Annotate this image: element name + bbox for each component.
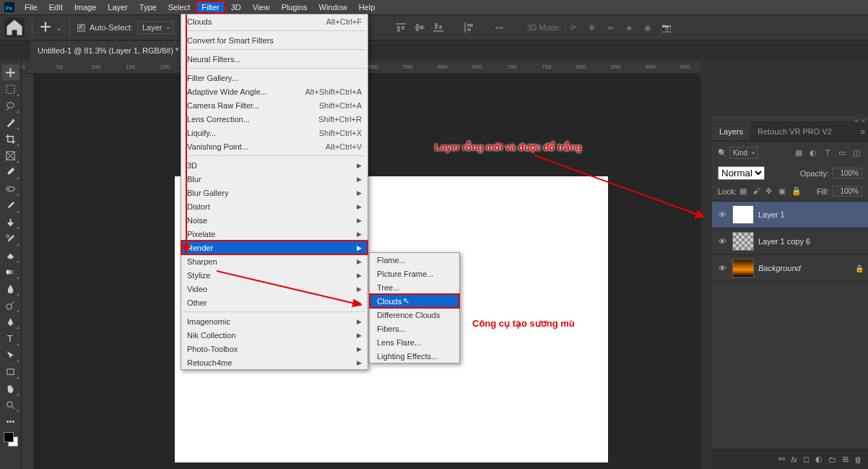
tab-layers[interactable]: Layers [712,122,750,141]
visibility-toggle[interactable]: 👁 [716,210,728,219]
filter-smart-icon[interactable]: ◫ [851,147,862,158]
filter-shape-icon[interactable]: ▭ [836,147,848,158]
blur-tool[interactable] [2,280,19,296]
more-options-icon[interactable]: ••• [492,20,506,35]
auto-select-checkbox[interactable] [77,24,85,32]
layer-item[interactable]: 👁Layer 1 copy 6 [712,228,868,255]
history-brush-tool[interactable] [2,231,19,246]
zoom-tool[interactable] [2,397,19,413]
filter-vanishing-point[interactable]: Vanishing Point...Alt+Ctrl+V [181,139,368,153]
menu-help[interactable]: Help [353,1,381,14]
filter-liquify[interactable]: Liquify...Shift+Ctrl+X [181,126,368,139]
marquee-tool[interactable] [2,81,19,97]
lasso-tool[interactable] [2,98,19,113]
lock-artboard-icon[interactable]: ▣ [778,186,789,197]
path-selection-tool[interactable] [2,347,19,363]
document-tab[interactable]: Untitled-1 @ 81.3% (Layer 1, RGB/8#) * × [30,41,195,60]
menu-filter[interactable]: Filter [196,1,225,14]
eyedropper-tool[interactable] [2,164,19,180]
menu-view[interactable]: View [247,1,276,14]
eraser-tool[interactable] [2,247,19,263]
close-panel-icon[interactable]: × [862,117,865,120]
align-vcenter-icon[interactable] [412,20,427,35]
new-layer-icon[interactable]: ⊞ [842,455,849,464]
filter-convert-smart[interactable]: Convert for Smart Filters [181,33,368,47]
filter-cat-3d[interactable]: 3D▶ [181,158,368,172]
menu-edit[interactable]: Edit [43,1,69,14]
render-lens-flare[interactable]: Lens Flare... [370,335,459,349]
clone-stamp-tool[interactable] [2,214,19,230]
magic-wand-tool[interactable] [2,114,19,130]
move-tool[interactable] [2,64,19,80]
chevron-down-icon[interactable]: ⌄ [56,23,62,33]
dodge-tool[interactable] [2,297,19,313]
collapse-panel-icon[interactable]: « [855,117,859,120]
filter-cat-render[interactable]: Render▶ [181,241,368,254]
filter-lens-correction[interactable]: Lens Correction...Shift+Ctrl+R [181,112,368,126]
crop-tool[interactable] [2,131,19,147]
3d-slide-icon[interactable]: ⇔ [603,20,617,35]
align-top-icon[interactable] [394,20,408,35]
layer-name[interactable]: Layer 1 copy 6 [758,237,810,246]
render-flame[interactable]: Flame... [370,253,459,267]
layer-item[interactable]: 👁Background🔒 [712,255,868,282]
gradient-tool[interactable] [2,264,19,280]
render-difference-clouds[interactable]: Difference Clouds [370,308,459,322]
filter-cat-blur[interactable]: Blur▶ [181,172,368,186]
filter-plugin-imagenomic[interactable]: Imagenomic▶ [181,314,368,328]
layer-name[interactable]: Layer 1 [758,210,785,219]
adjustment-layer-icon[interactable]: ◐ [815,455,823,464]
filter-cat-noise[interactable]: Noise▶ [181,213,368,227]
filter-pixel-icon[interactable]: ▦ [793,147,804,158]
filter-kind-dropdown[interactable]: Kind [729,147,758,159]
layer-thumbnail[interactable] [732,259,754,277]
filter-type-icon[interactable]: T [822,147,833,158]
frame-tool[interactable] [2,147,19,163]
filter-camera-raw[interactable]: Camera Raw Filter...Shift+Ctrl+A [181,98,368,112]
link-layers-icon[interactable]: ⚯ [778,455,785,464]
filter-neural[interactable]: Neural Filters... [181,52,368,66]
menu-window[interactable]: Window [313,1,353,14]
layer-mask-icon[interactable]: ◻ [803,455,810,464]
layer-thumbnail[interactable] [732,232,754,251]
layer-name[interactable]: Background [758,264,801,272]
lock-transparency-icon[interactable]: ▦ [739,186,750,197]
healing-brush-tool[interactable] [2,181,19,197]
filter-plugin-nik[interactable]: Nik Collection▶ [181,328,368,342]
lock-all-icon[interactable]: 🔒 [791,186,802,197]
render-fibers[interactable]: Fibers... [370,322,459,335]
menu-type[interactable]: Type [134,1,162,14]
hand-tool[interactable] [2,380,19,396]
home-button[interactable] [4,17,25,38]
opacity-value[interactable]: 100% [832,168,862,178]
layer-item[interactable]: 👁Layer 1 [712,202,868,228]
filter-last[interactable]: CloudsAlt+Ctrl+F [181,14,368,28]
rectangle-tool[interactable] [2,363,19,379]
3d-scale-icon[interactable]: ◈ [622,20,636,35]
pen-tool[interactable] [2,314,19,330]
layer-thumbnail[interactable] [732,205,754,224]
filter-gallery[interactable]: Filter Gallery... [181,71,368,85]
foreground-background-colors[interactable] [4,432,18,447]
filter-plugin-photo-toolbox[interactable]: Photo-Toolbox▶ [181,342,368,356]
panel-menu-icon[interactable]: ≡ [861,127,865,136]
auto-select-target[interactable]: Layer [137,21,175,34]
3d-pan-icon[interactable]: ✥ [584,20,599,35]
group-icon[interactable]: 🗀 [828,455,836,464]
filter-plugin-retouch4me[interactable]: Retouch4me▶ [181,356,368,369]
lock-image-icon[interactable]: 🖌 [752,186,763,197]
3d-orbit-icon[interactable]: ⟳ [565,20,580,35]
fill-value[interactable]: 100% [832,186,862,197]
menu-select[interactable]: Select [162,1,196,14]
menu-plugins[interactable]: Plugins [275,1,313,14]
filter-adaptive-wide-angle[interactable]: Adaptive Wide Angle...Alt+Shift+Ctrl+A [181,85,368,98]
brush-tool[interactable] [2,197,19,213]
filter-cat-pixelate[interactable]: Pixelate▶ [181,227,368,241]
align-bottom-icon[interactable] [431,20,446,35]
menu-3d[interactable]: 3D [225,1,247,14]
3d-rotate-icon[interactable]: ◉ [641,20,655,35]
align-left-icon[interactable] [461,20,476,35]
render-tree[interactable]: Tree... [370,280,459,294]
filter-cat-distort[interactable]: Distort▶ [181,199,368,213]
blend-mode-dropdown[interactable]: Normal [718,166,765,180]
